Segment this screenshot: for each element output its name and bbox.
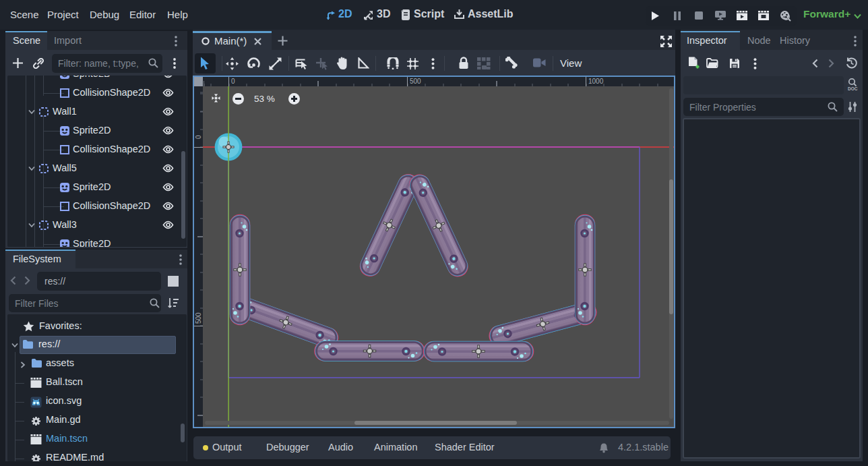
svg-text:DOC: DOC: [848, 86, 858, 91]
